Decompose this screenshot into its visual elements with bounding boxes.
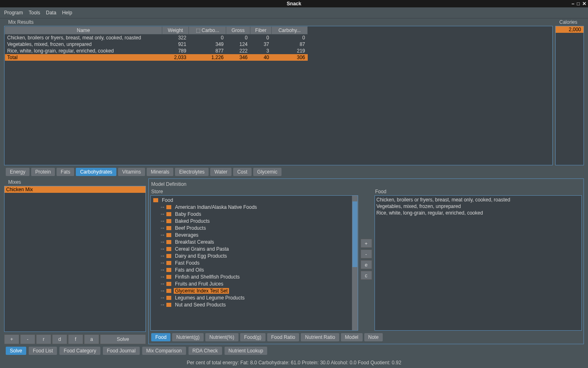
- tree-toggle[interactable]: ⊶: [161, 233, 164, 237]
- minimize-button[interactable]: –: [572, 1, 574, 7]
- tab-water[interactable]: Water: [210, 168, 232, 176]
- column-header[interactable]: Name: [5, 27, 162, 34]
- def-tab-nutrientratio[interactable]: Nutrient Ratio: [301, 333, 339, 341]
- food-list[interactable]: Chicken, broilers or fryers, breast, mea…: [375, 195, 582, 331]
- tree-toggle[interactable]: ⊶: [161, 268, 164, 272]
- tree-item[interactable]: ⊶Baby Foods: [152, 210, 356, 217]
- tab-minerals[interactable]: Minerals: [147, 168, 173, 176]
- tree-item[interactable]: ⊶Baked Products: [152, 217, 356, 224]
- def-tab-nutrient[interactable]: Nutrient(%): [205, 333, 238, 341]
- column-header[interactable]: Weight: [162, 27, 189, 34]
- menu-help[interactable]: Help: [62, 10, 72, 16]
- folder-icon: [166, 247, 171, 251]
- mixes-btn-a[interactable]: a: [84, 334, 99, 344]
- tree-item[interactable]: ⊶Beverages: [152, 231, 356, 238]
- def-tab-note[interactable]: Note: [364, 333, 383, 341]
- store-tree[interactable]: Food⊶American Indian/Alaska Native Foods…: [150, 195, 358, 331]
- mixes-buttons: +-rdfaSolve: [4, 334, 146, 344]
- table-row[interactable]: Rice, white, long-grain, regular, enrich…: [5, 48, 308, 54]
- tree-toggle[interactable]: ⊶: [161, 296, 164, 300]
- mixes-btn-+[interactable]: +: [4, 334, 19, 344]
- tree-root[interactable]: Food: [152, 197, 356, 203]
- def-tab-food[interactable]: Food: [151, 333, 170, 341]
- mixes-list[interactable]: Chicken Mix: [4, 186, 146, 332]
- bottom-tab-nutrient-lookup[interactable]: Nutrient Lookup: [225, 347, 268, 355]
- bottom-tab-solve[interactable]: Solve: [6, 347, 26, 355]
- tree-toggle[interactable]: ⊶: [161, 226, 164, 230]
- tree-toggle[interactable]: ⊶: [161, 212, 164, 216]
- tree-toggle[interactable]: ⊶: [161, 289, 164, 293]
- tab-protein[interactable]: Protein: [31, 168, 55, 176]
- tree-item[interactable]: ⊶Fast Foods: [152, 259, 356, 266]
- table-row[interactable]: Vegetables, mixed, frozen, unprepared921…: [5, 41, 308, 48]
- tree-item[interactable]: ⊶Nut and Seed Products: [152, 301, 356, 308]
- tree-item[interactable]: ⊶Breakfast Cereals: [152, 238, 356, 245]
- cell-value: 2,033: [162, 54, 189, 61]
- def-tab-foodg[interactable]: Food(g): [240, 333, 266, 341]
- column-header[interactable]: Fiber: [250, 27, 271, 34]
- tab-vitamins[interactable]: Vitamins: [118, 168, 145, 176]
- tab-carbohydrates[interactable]: Carbohydrates: [76, 168, 116, 176]
- food-item[interactable]: Vegetables, mixed, frozen, unprepared: [377, 203, 580, 210]
- tree-item[interactable]: ⊶Dairy and Egg Products: [152, 252, 356, 259]
- store-btn-+[interactable]: +: [361, 239, 372, 248]
- tree-toggle[interactable]: ⊶: [161, 303, 164, 307]
- tab-energy[interactable]: Energy: [6, 168, 30, 176]
- maximize-button[interactable]: □: [577, 1, 580, 7]
- menubar: Program Tools Data Help: [0, 7, 588, 18]
- menu-tools[interactable]: Tools: [29, 10, 40, 16]
- store-btn-c[interactable]: c: [361, 271, 372, 280]
- tab-electrolytes[interactable]: Electrolytes: [175, 168, 209, 176]
- tab-glycemic[interactable]: Glycemic: [253, 168, 282, 176]
- tree-item[interactable]: ⊶Fats and Oils: [152, 266, 356, 273]
- tree-toggle[interactable]: ⊶: [161, 275, 164, 279]
- column-header[interactable]: ⬚ Carbo...: [189, 27, 226, 34]
- tree-toggle[interactable]: ⊶: [161, 282, 164, 286]
- bottom-tab-rda-check[interactable]: RDA Check: [188, 347, 222, 355]
- store-btn--[interactable]: -: [361, 249, 372, 258]
- tree-item[interactable]: ⊶American Indian/Alaska Native Foods: [152, 203, 356, 210]
- cell-value: 1,226: [189, 54, 226, 61]
- tree-item[interactable]: ⊶Cereal Grains and Pasta: [152, 245, 356, 252]
- bottom-tab-food-category[interactable]: Food Category: [59, 347, 100, 355]
- menu-data[interactable]: Data: [46, 10, 56, 16]
- tree-item[interactable]: ⊶Beef Products: [152, 224, 356, 231]
- def-tab-foodratio[interactable]: Food Ratio: [267, 333, 300, 341]
- mixes-btn-solve[interactable]: Solve: [100, 334, 146, 344]
- store-btn-e[interactable]: e: [361, 260, 372, 269]
- column-header[interactable]: Gross: [226, 27, 250, 34]
- mix-item[interactable]: Chicken Mix: [5, 186, 145, 193]
- tree-item[interactable]: ⊶Legumes and Legume Products: [152, 294, 356, 301]
- bottom-tab-food-journal[interactable]: Food Journal: [103, 347, 140, 355]
- tree-toggle[interactable]: ⊶: [161, 247, 164, 251]
- cell-value: 0: [189, 34, 226, 41]
- tree-item[interactable]: ⊶Glycemic Index Test Set: [152, 287, 356, 294]
- scrollbar-thumb[interactable]: [352, 201, 357, 267]
- tree-toggle[interactable]: ⊶: [161, 240, 164, 244]
- tree-item[interactable]: ⊶Finfish and Shellfish Products: [152, 273, 356, 280]
- column-header[interactable]: Carbohy...: [272, 27, 308, 34]
- tree-toggle[interactable]: ⊶: [161, 261, 164, 265]
- mixes-btn-d[interactable]: d: [52, 334, 67, 344]
- mix-results-label: Mix Results: [4, 18, 553, 26]
- menu-program[interactable]: Program: [4, 10, 23, 16]
- mixes-btn--[interactable]: -: [20, 334, 35, 344]
- tab-fats[interactable]: Fats: [57, 168, 74, 176]
- bottom-tab-food-list[interactable]: Food List: [29, 347, 57, 355]
- food-item[interactable]: Chicken, broilers or fryers, breast, mea…: [377, 197, 580, 203]
- tab-cost[interactable]: Cost: [233, 168, 252, 176]
- mixes-btn-r[interactable]: r: [36, 334, 51, 344]
- def-tab-model[interactable]: Model: [341, 333, 363, 341]
- tree-item[interactable]: ⊶Fruits and Fruit Juices: [152, 280, 356, 287]
- close-button[interactable]: ✕: [582, 1, 586, 7]
- bottom-tab-mix-comparison[interactable]: Mix Comparison: [142, 347, 186, 355]
- table-row-total[interactable]: Total2,0331,22634640306: [5, 54, 308, 61]
- tree-label: Food: [161, 197, 174, 203]
- def-tab-nutrientg[interactable]: Nutrient(g): [172, 333, 204, 341]
- mixes-btn-f[interactable]: f: [68, 334, 83, 344]
- table-row[interactable]: Chicken, broilers or fryers, breast, mea…: [5, 34, 308, 41]
- tree-toggle[interactable]: ⊶: [161, 219, 164, 223]
- tree-toggle[interactable]: ⊶: [161, 254, 164, 258]
- food-item[interactable]: Rice, white, long-grain, regular, enrich…: [377, 210, 580, 216]
- tree-toggle[interactable]: ⊶: [161, 205, 164, 209]
